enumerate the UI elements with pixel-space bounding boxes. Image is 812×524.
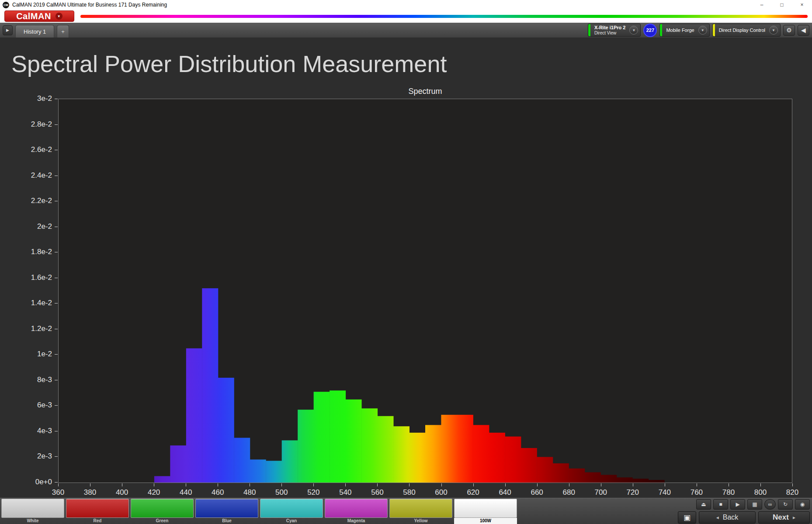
x-axis-tick <box>58 483 59 486</box>
close-icon[interactable]: × <box>792 0 812 10</box>
x-axis-tick <box>601 483 601 486</box>
spectrum-bar <box>632 479 649 483</box>
spectrum-bar <box>409 433 426 483</box>
patch-button-blue[interactable]: Blue <box>195 499 258 524</box>
source-selector[interactable]: Mobile Forge ▼ <box>659 24 709 37</box>
window-titlebar: CM CalMAN 2019 CalMAN Ultimate for Busin… <box>0 0 812 10</box>
x-axis-tick-label: 380 <box>77 488 103 497</box>
y-axis-tick-label: 2.4e-2 <box>12 171 52 180</box>
y-axis-tick <box>55 380 58 380</box>
patch-button-white[interactable]: White <box>1 499 64 524</box>
reading-count-badge[interactable]: 227 <box>643 24 657 37</box>
patch-label: Magenta <box>325 518 388 524</box>
y-axis-tick-label: 2.2e-2 <box>12 196 52 205</box>
patch-swatch <box>260 499 323 518</box>
tab-history-1[interactable]: History 1 <box>15 25 54 38</box>
patch-swatch <box>195 499 258 518</box>
gear-icon[interactable]: ⚙ <box>783 25 795 36</box>
meter-selector-text: X-Rite i1Pro 2 Direct View <box>590 24 630 36</box>
y-axis-tick-label: 4e-3 <box>12 427 52 435</box>
spectrum-bar <box>330 390 346 483</box>
x-axis-tick-label: 500 <box>268 488 295 497</box>
spectrum-bar <box>393 426 409 483</box>
continuous-icon[interactable]: ∞ <box>764 499 776 510</box>
patch-label: Green <box>131 518 194 524</box>
x-axis-tick-label: 560 <box>364 488 390 497</box>
x-axis-tick-label: 740 <box>652 488 678 497</box>
eject-icon[interactable]: ⏏ <box>696 499 711 510</box>
save-icon[interactable]: ▦ <box>747 499 762 510</box>
y-axis-tick-label: 1.6e-2 <box>12 273 52 282</box>
x-axis-tick-label: 680 <box>556 488 582 497</box>
spectrum-bar <box>553 463 569 483</box>
history-panel-toggle-button[interactable]: ▶ <box>3 25 13 35</box>
record-icon[interactable]: ◉ <box>795 499 810 510</box>
spectrum-bar <box>585 472 601 483</box>
x-axis-tick <box>250 483 250 486</box>
patch-button-cyan[interactable]: Cyan <box>260 499 323 524</box>
spectrum-bar <box>361 408 378 483</box>
x-axis-tick-label: 360 <box>45 488 71 497</box>
patch-label: Blue <box>195 518 258 524</box>
add-tab-button[interactable]: + <box>57 25 69 38</box>
chevron-down-icon[interactable]: ▼ <box>629 26 638 34</box>
spectrum-bar <box>457 415 473 483</box>
y-axis-tick <box>55 405 58 406</box>
x-axis-tick-label: 580 <box>396 488 422 497</box>
source-name: Mobile Forge <box>666 28 694 33</box>
x-axis-tick <box>505 483 506 486</box>
app-icon: CM <box>3 2 9 8</box>
y-axis-tick <box>55 431 58 431</box>
calman-menu-button[interactable]: CalMAN ▼ <box>4 10 74 22</box>
x-axis-tick <box>122 483 122 486</box>
back-button[interactable]: ◂ Back <box>699 511 756 524</box>
collapse-panel-icon[interactable]: ◀ <box>798 25 809 36</box>
x-axis-tick <box>792 483 793 486</box>
display-control-name: Direct Display Control <box>719 28 765 33</box>
next-button[interactable]: Next ▸ <box>758 511 810 524</box>
x-axis-tick <box>90 483 90 486</box>
y-axis-tick <box>55 354 58 355</box>
patch-button-green[interactable]: Green <box>131 499 194 524</box>
display-control-selector[interactable]: Direct Display Control ▼ <box>712 24 781 37</box>
patch-label: Red <box>66 518 129 524</box>
pattern-window-button[interactable]: ▣ <box>678 511 696 524</box>
next-label: Next <box>773 513 789 522</box>
bottom-bar: WhiteRedGreenBlueCyanMagentaYellow100W ⏏… <box>0 498 812 524</box>
stop-icon[interactable]: ■ <box>713 499 728 510</box>
maximize-icon[interactable]: □ <box>772 0 792 10</box>
patch-button-magenta[interactable]: Magenta <box>325 499 388 524</box>
refresh-icon[interactable]: ↻ <box>778 499 793 510</box>
calman-logo: CalMAN <box>16 11 51 21</box>
meter-mode: Direct View <box>594 31 626 36</box>
patch-swatch <box>389 499 452 518</box>
spectrum-bar <box>521 448 537 483</box>
y-axis-tick-label: 2e-2 <box>12 222 52 231</box>
patch-button-100w[interactable]: 100W <box>454 499 517 524</box>
x-axis-tick-label: 440 <box>173 488 199 497</box>
y-axis-tick-label: 3e-2 <box>12 94 52 103</box>
x-axis-tick-label: 780 <box>715 488 742 497</box>
chevron-down-icon[interactable]: ▼ <box>698 26 707 34</box>
play-icon[interactable]: ▶ <box>730 499 745 510</box>
patch-button-red[interactable]: Red <box>66 499 129 524</box>
y-axis-tick-label: 1.8e-2 <box>12 248 52 256</box>
spectrum-bar <box>186 348 202 483</box>
spectrum-bar <box>378 416 394 483</box>
transport-icon-row: ⏏■▶▦∞↻◉ <box>678 499 810 510</box>
page-title: Spectral Power Distribution Measurement <box>11 50 447 77</box>
x-axis-tick-label: 420 <box>141 488 167 497</box>
spectrum-bar <box>537 457 553 483</box>
patch-swatch <box>131 499 194 518</box>
x-axis-tick <box>697 483 697 486</box>
y-axis-tick <box>55 456 58 457</box>
patch-button-yellow[interactable]: Yellow <box>389 499 452 524</box>
plot-area <box>58 99 792 483</box>
x-axis-tick-label: 700 <box>588 488 614 497</box>
x-axis-tick <box>345 483 346 486</box>
source-selector-text: Mobile Forge <box>662 24 698 36</box>
minimize-icon[interactable]: – <box>752 0 772 10</box>
meter-selector[interactable]: X-Rite i1Pro 2 Direct View ▼ <box>588 24 641 37</box>
x-axis-tick-label: 400 <box>109 488 135 497</box>
chevron-down-icon[interactable]: ▼ <box>769 26 778 34</box>
